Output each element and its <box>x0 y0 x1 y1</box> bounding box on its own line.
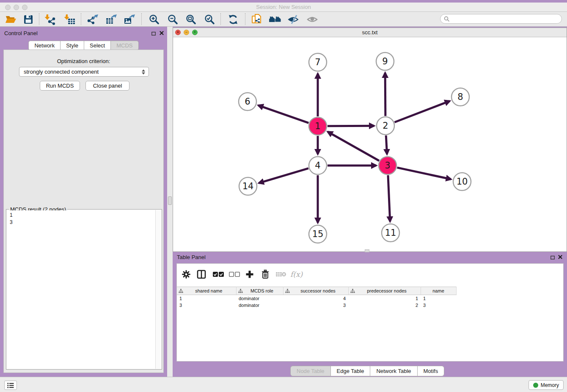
dropdown-stepper-icon <box>141 69 146 75</box>
show-all-icon[interactable] <box>306 13 319 26</box>
graph-node-4[interactable]: 4 <box>309 157 327 174</box>
table-cell[interactable]: 1 <box>348 295 421 302</box>
graph-edge-2-3[interactable] <box>386 135 387 154</box>
result-item[interactable]: 3 <box>10 219 152 226</box>
column-settings-icon[interactable] <box>182 269 190 280</box>
table-cell[interactable]: dominator <box>236 302 283 309</box>
close-table-panel-icon[interactable] <box>557 254 563 260</box>
split-view-icon[interactable] <box>197 269 206 280</box>
graph-node-11[interactable]: 11 <box>382 224 399 242</box>
apply-layout-icon[interactable] <box>227 13 239 26</box>
close-panel-icon[interactable] <box>159 30 165 36</box>
export-network-icon[interactable] <box>86 13 99 26</box>
column-header-successor-nodes[interactable]: successor nodes <box>283 287 348 295</box>
network-window-title: scc.txt <box>173 29 567 36</box>
clone-network-icon[interactable] <box>250 13 263 26</box>
tab-node-table[interactable]: Node Table <box>290 366 331 376</box>
zoom-fit-icon[interactable] <box>184 13 197 26</box>
task-history-button[interactable] <box>4 381 17 390</box>
zoom-selected-icon[interactable] <box>203 13 216 26</box>
add-row-icon[interactable] <box>245 269 254 280</box>
tab-style[interactable]: Style <box>60 41 84 50</box>
split-divider-handle[interactable] <box>168 196 172 205</box>
titlebar[interactable]: Session: New Session <box>0 3 567 12</box>
column-header-label: predecessor nodes <box>355 288 419 293</box>
delete-table-icon[interactable] <box>275 269 286 280</box>
graph-node-6[interactable]: 6 <box>239 93 256 110</box>
zoom-in-icon[interactable] <box>148 13 160 26</box>
tab-select[interactable]: Select <box>84 41 111 50</box>
run-mcds-label: Run MCDS <box>46 83 74 89</box>
column-header-name[interactable]: name <box>421 287 456 295</box>
result-scrollbar[interactable] <box>155 210 161 369</box>
tab-network-table[interactable]: Network Table <box>370 366 417 376</box>
select-all-icon[interactable] <box>212 269 224 280</box>
column-header-shared-name[interactable]: shared name <box>177 287 236 295</box>
result-item[interactable]: 1 <box>10 212 152 219</box>
function-builder-icon[interactable]: f(x) <box>290 269 303 280</box>
horizontal-divider-handle[interactable] <box>365 249 369 252</box>
tab-network[interactable]: Network <box>28 41 61 50</box>
tab-motifs[interactable]: Motifs <box>417 366 445 376</box>
table-row[interactable]: 3dominator323 <box>177 302 456 309</box>
graph-node-14[interactable]: 14 <box>239 177 257 195</box>
table-cell[interactable]: 1 <box>177 295 236 302</box>
delete-row-icon[interactable] <box>261 269 270 280</box>
graph-edge-3-10[interactable] <box>397 168 451 179</box>
graph-edge-2-9[interactable] <box>385 73 385 116</box>
table-cell[interactable]: 3 <box>421 302 456 309</box>
node-table[interactable]: shared nameMCDS rolesuccessor nodesprede… <box>177 287 457 309</box>
graph-node-1[interactable]: 1 <box>309 117 327 135</box>
float-table-panel-icon[interactable] <box>550 254 556 260</box>
search-icon <box>444 16 450 22</box>
graph-edge-1-2[interactable] <box>328 126 374 126</box>
export-image-icon[interactable] <box>123 13 136 26</box>
table-cell[interactable]: 3 <box>177 302 236 309</box>
zoom-out-icon[interactable] <box>166 13 179 26</box>
hide-selected-icon[interactable] <box>287 13 300 26</box>
table-cell[interactable]: dominator <box>236 295 283 302</box>
tab-edge-table[interactable]: Edge Table <box>330 366 371 376</box>
memory-status-icon <box>533 383 538 388</box>
close-panel-button[interactable]: Close panel <box>85 81 129 91</box>
import-network-icon[interactable] <box>44 13 57 26</box>
float-panel-icon[interactable] <box>151 30 157 36</box>
table-cell[interactable]: 2 <box>348 302 421 309</box>
memory-button[interactable]: Memory <box>528 380 564 390</box>
table-cell[interactable]: 1 <box>421 295 456 302</box>
graph-edge-3-11[interactable] <box>388 175 390 221</box>
criterion-dropdown[interactable]: strongly connected component <box>19 67 149 77</box>
open-file-icon[interactable] <box>4 13 17 26</box>
column-header-MCDS-role[interactable]: MCDS role <box>236 287 283 295</box>
mcds-result-list[interactable]: 13 <box>7 210 155 368</box>
column-header-predecessor-nodes[interactable]: predecessor nodes <box>348 287 421 295</box>
graph-node-10[interactable]: 10 <box>453 173 471 190</box>
export-table-icon[interactable] <box>105 13 118 26</box>
table-row[interactable]: 1dominator411 <box>177 295 456 302</box>
node-table-panel: f(x) shared nameMCDS rolesuccessor nodes… <box>176 263 564 362</box>
graph-node-7[interactable]: 7 <box>309 53 327 71</box>
graph-edge-3-1[interactable] <box>328 132 379 160</box>
svg-text:15: 15 <box>312 229 324 239</box>
run-mcds-button[interactable]: Run MCDS <box>40 81 80 91</box>
import-table-icon[interactable] <box>63 13 76 26</box>
network-window-titlebar[interactable]: × − + scc.txt <box>173 28 567 37</box>
home-view-icon[interactable] <box>269 13 281 26</box>
graph-node-8[interactable]: 8 <box>451 88 469 106</box>
network-canvas[interactable]: 7968124314101511 <box>173 37 567 251</box>
graph-edge-2-8[interactable] <box>394 101 449 122</box>
table-cell[interactable]: 4 <box>283 295 348 302</box>
tab-mcds[interactable]: MCDS <box>110 41 138 50</box>
graph-node-9[interactable]: 9 <box>376 52 394 70</box>
table-cell[interactable]: 3 <box>283 302 348 309</box>
control-panel-tabs: NetworkStyleSelectMCDS <box>0 41 167 50</box>
search-input[interactable] <box>452 15 561 23</box>
graph-node-2[interactable]: 2 <box>377 117 394 135</box>
graph-node-15[interactable]: 15 <box>309 225 327 243</box>
graph-edge-4-14[interactable] <box>259 168 308 183</box>
save-session-icon[interactable] <box>22 13 35 26</box>
graph-edge-1-6[interactable] <box>258 105 308 123</box>
search-input-wrap[interactable] <box>440 14 562 24</box>
deselect-all-icon[interactable] <box>228 269 240 280</box>
graph-node-3[interactable]: 3 <box>379 157 396 174</box>
